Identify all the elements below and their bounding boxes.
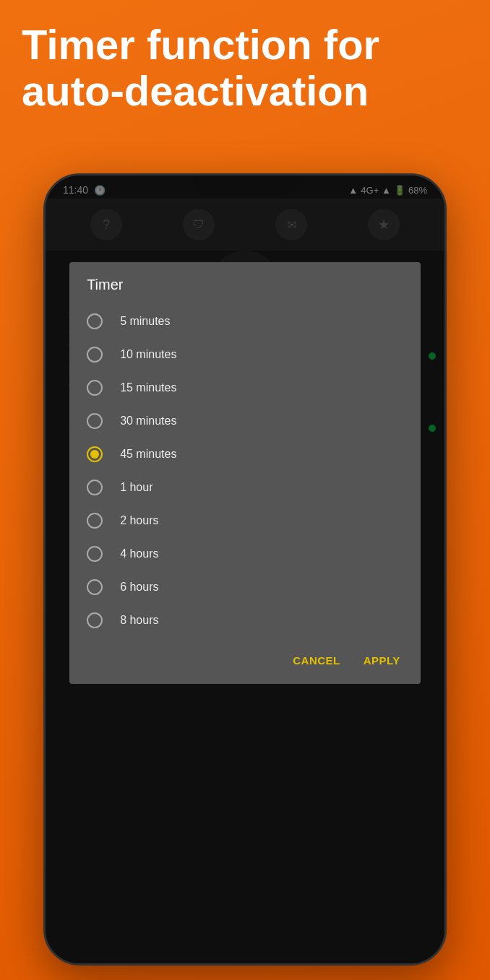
radio-30-minutes[interactable] — [87, 413, 103, 429]
option-4-hours[interactable]: 4 hours — [69, 537, 421, 571]
radio-5-minutes[interactable] — [87, 313, 103, 329]
label-4-hours: 4 hours — [120, 547, 158, 560]
phone-frame: 11:40 🕐 ▲ 4G+ ▲ 🔋 68% ? 🛡 ✉ ★ — [43, 173, 447, 966]
option-6-hours[interactable]: 6 hours — [69, 571, 421, 604]
radio-2-hours[interactable] — [87, 513, 103, 529]
label-10-minutes: 10 minutes — [120, 348, 176, 361]
side-button — [444, 378, 447, 428]
timer-dialog: Timer 5 minutes 10 minutes — [69, 262, 421, 684]
header-text: Timer function for auto-deactivation — [22, 22, 468, 114]
radio-45-minutes-fill — [90, 450, 99, 459]
radio-8-hours[interactable] — [87, 612, 103, 628]
option-15-minutes[interactable]: 15 minutes — [69, 371, 421, 404]
option-10-minutes[interactable]: 10 minutes — [69, 338, 421, 371]
dialog-title: Timer — [69, 262, 421, 302]
radio-6-hours[interactable] — [87, 579, 103, 595]
dialog-buttons: CANCEL APPLY — [69, 640, 421, 684]
option-2-hours[interactable]: 2 hours — [69, 504, 421, 537]
radio-45-minutes[interactable] — [87, 446, 103, 462]
option-5-minutes[interactable]: 5 minutes — [69, 305, 421, 338]
dialog-overlay: Timer 5 minutes 10 minutes — [46, 175, 444, 963]
label-30-minutes: 30 minutes — [120, 415, 176, 428]
option-1-hour[interactable]: 1 hour — [69, 471, 421, 504]
option-30-minutes[interactable]: 30 minutes — [69, 404, 421, 438]
option-45-minutes[interactable]: 45 minutes — [69, 438, 421, 471]
cancel-button[interactable]: CANCEL — [284, 649, 349, 672]
header-line2: auto-deactivation — [22, 68, 468, 114]
phone-screen: 11:40 🕐 ▲ 4G+ ▲ 🔋 68% ? 🛡 ✉ ★ — [46, 175, 444, 963]
apply-button[interactable]: APPLY — [355, 649, 409, 672]
label-45-minutes: 45 minutes — [120, 448, 176, 461]
radio-4-hours[interactable] — [87, 546, 103, 562]
label-2-hours: 2 hours — [120, 514, 158, 527]
dialog-options: 5 minutes 10 minutes 15 minutes — [69, 302, 421, 640]
radio-15-minutes[interactable] — [87, 380, 103, 396]
radio-1-hour[interactable] — [87, 480, 103, 495]
label-15-minutes: 15 minutes — [120, 381, 176, 394]
label-8-hours: 8 hours — [120, 614, 158, 627]
label-1-hour: 1 hour — [120, 481, 152, 494]
header-line1: Timer function for — [22, 22, 468, 68]
label-5-minutes: 5 minutes — [120, 315, 170, 328]
option-8-hours[interactable]: 8 hours — [69, 604, 421, 637]
radio-10-minutes[interactable] — [87, 347, 103, 363]
label-6-hours: 6 hours — [120, 581, 158, 594]
